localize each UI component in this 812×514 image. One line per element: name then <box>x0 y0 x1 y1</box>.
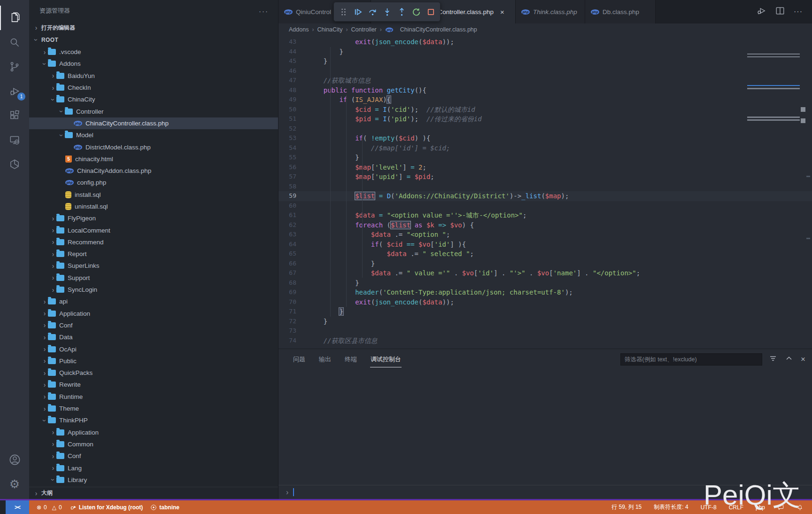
panel-tab-调试控制台[interactable]: 调试控制台 <box>370 352 402 366</box>
tree-item-data[interactable]: ›Data <box>29 331 278 343</box>
minimap[interactable] <box>747 38 800 132</box>
tree-item-label: ChinaCityAddon.class.php <box>77 167 151 174</box>
root-section[interactable]: › ROOT <box>29 34 278 46</box>
settings-gear-icon[interactable]: ⚙ <box>0 472 29 496</box>
tree-item-label: CheckIn <box>68 84 91 91</box>
close-panel-icon[interactable]: × <box>801 355 805 364</box>
tree-item-districtmodel-class-php[interactable]: phpDistrictModel.class.php <box>29 141 278 153</box>
explorer-sidebar: 资源管理器 ··· › 打开的编辑器 › ROOT ›.vscode›Addon… <box>29 0 278 499</box>
tree-item-chinacity[interactable]: ›ChinaCity <box>29 93 278 105</box>
restart-icon[interactable] <box>410 5 422 19</box>
tree-item-recommend[interactable]: ›Recommend <box>29 236 278 248</box>
tree-item-chinacity-html[interactable]: 5chinacity.html <box>29 153 278 165</box>
tree-item-addons[interactable]: ›Addons <box>29 58 278 70</box>
tree-item-install-sql[interactable]: install.sql <box>29 189 278 201</box>
run-debug-icon[interactable]: 1 <box>0 79 29 103</box>
remote-indicator[interactable]: >< <box>6 500 29 514</box>
tree-item-public[interactable]: ›Public <box>29 355 278 367</box>
close-icon[interactable]: × <box>500 8 504 16</box>
step-out-icon[interactable] <box>396 5 407 19</box>
tree-item-thinkphp[interactable]: ›ThinkPHP <box>29 414 278 426</box>
source-control-icon[interactable] <box>0 55 29 79</box>
outline-section[interactable]: › 大纲 <box>29 487 278 499</box>
tree-item-superlinks[interactable]: ›SuperLinks <box>29 260 278 272</box>
filter-lines-icon[interactable] <box>769 354 777 365</box>
encoding-status[interactable]: UTF-8 <box>701 504 717 511</box>
line-number: 62 <box>278 220 308 230</box>
tree-item-model[interactable]: ›Model <box>29 129 278 141</box>
breadcrumb-item[interactable]: Addons <box>289 26 309 33</box>
tree-item-rewrite[interactable]: ›Rewrite <box>29 379 278 390</box>
explorer-icon[interactable] <box>0 6 29 30</box>
debug-listen-status[interactable]: Listen for Xdebug (root) <box>70 504 143 511</box>
open-editors-section[interactable]: › 打开的编辑器 <box>29 22 278 34</box>
account-icon[interactable] <box>0 447 29 472</box>
tree-item-baiduyun[interactable]: ›BaiduYun <box>29 70 278 82</box>
tree-item-application[interactable]: ›Application <box>29 308 278 319</box>
breadcrumb-separator: › <box>346 26 348 33</box>
bell-icon[interactable] <box>797 504 804 511</box>
remote-explorer-icon[interactable] <box>0 128 29 152</box>
sidebar-more-icon[interactable]: ··· <box>259 7 269 15</box>
code-text: //获取城市信息 <box>308 76 812 86</box>
tree-item-runtime[interactable]: ›Runtime <box>29 391 278 403</box>
tree-item-chinacitycontroller-class-php[interactable]: phpChinaCityController.class.php <box>29 117 278 129</box>
panel-tab-问题[interactable]: 问题 <box>293 352 306 366</box>
tree-item-lang[interactable]: ›Lang <box>29 462 278 474</box>
continue-icon[interactable] <box>352 5 363 19</box>
code-editor[interactable]: 43 exit(json_encode($data));44 }45 }4647… <box>278 36 812 349</box>
extensions-icon[interactable] <box>0 103 29 128</box>
tree-item-controller[interactable]: ›Controller <box>29 105 278 117</box>
tree-item-localcomment[interactable]: ›LocalComment <box>29 224 278 236</box>
split-editor-icon[interactable] <box>775 6 785 18</box>
tree-item-uninstall-sql[interactable]: uninstall.sql <box>29 201 278 212</box>
tree-item-label: Runtime <box>59 393 83 400</box>
package-icon[interactable] <box>0 152 29 177</box>
stop-icon[interactable] <box>425 5 436 19</box>
tree-item-quickpacks[interactable]: ›QuickPacks <box>29 367 278 379</box>
debug-filter-input[interactable] <box>620 353 762 366</box>
panel-tab-终端[interactable]: 终端 <box>344 352 357 366</box>
tab-label: Db.class.php <box>603 8 639 16</box>
panel-tab-输出[interactable]: 输出 <box>318 352 332 366</box>
tree-item-synclogin[interactable]: ›SyncLogin <box>29 284 278 296</box>
tree-item-ocapi[interactable]: ›OcApi <box>29 343 278 355</box>
tree-item-conf[interactable]: ›Conf <box>29 319 278 331</box>
eol-status[interactable]: CRLF <box>729 504 743 511</box>
tree-item-chinacityaddon-class-php[interactable]: phpChinaCityAddon.class.php <box>29 165 278 177</box>
language-status[interactable]: php <box>756 504 765 511</box>
tree-item--vscode[interactable]: ›.vscode <box>29 46 278 58</box>
code-text: } <box>308 153 812 163</box>
tree-item-application[interactable]: ›Application <box>29 427 278 438</box>
editor-more-icon[interactable]: ··· <box>794 8 803 16</box>
tree-item-flypigeon[interactable]: ›FlyPigeon <box>29 212 278 224</box>
debug-repl-row[interactable]: › <box>278 485 812 499</box>
search-icon[interactable] <box>0 30 29 55</box>
tab-think-class-php[interactable]: phpThink.class.php <box>516 0 585 23</box>
code-line-61: 61 $data = "<option value =''>-城市-</opti… <box>278 210 812 220</box>
tree-item-support[interactable]: ›Support <box>29 272 278 284</box>
tab-db-class-php[interactable]: phpDb.class.php <box>585 0 656 23</box>
feedback-icon[interactable] <box>777 504 784 511</box>
tree-item-library[interactable]: ›Library <box>29 474 278 486</box>
sidebar-title: 资源管理器 <box>39 7 70 15</box>
tabnine-status[interactable]: tabnine <box>150 504 179 511</box>
indentation-status[interactable]: 制表符长度: 4 <box>654 503 688 511</box>
run-debug-editor-icon[interactable] <box>756 6 766 18</box>
problems-status[interactable]: ⊗ 0 △ 0 <box>37 504 62 511</box>
tree-item-report[interactable]: ›Report <box>29 248 278 260</box>
breadcrumb-item[interactable]: ChinaCity <box>317 26 342 33</box>
drag-grip-icon[interactable] <box>338 5 349 19</box>
tree-item-theme[interactable]: ›Theme <box>29 403 278 414</box>
maximize-panel-icon[interactable] <box>785 355 793 364</box>
breadcrumb-item[interactable]: ChinaCityController.class.php <box>400 26 477 33</box>
tree-item-checkin[interactable]: ›CheckIn <box>29 82 278 93</box>
cursor-position-status[interactable]: 行 59, 列 15 <box>611 503 642 511</box>
breadcrumb-item[interactable]: Controller <box>351 26 377 33</box>
tree-item-conf[interactable]: ›Conf <box>29 450 278 462</box>
tree-item-common[interactable]: ›Common <box>29 438 278 450</box>
tree-item-config-php[interactable]: phpconfig.php <box>29 177 278 188</box>
step-over-icon[interactable] <box>367 5 378 19</box>
tree-item-api[interactable]: ›api <box>29 296 278 307</box>
step-into-icon[interactable] <box>381 5 393 19</box>
